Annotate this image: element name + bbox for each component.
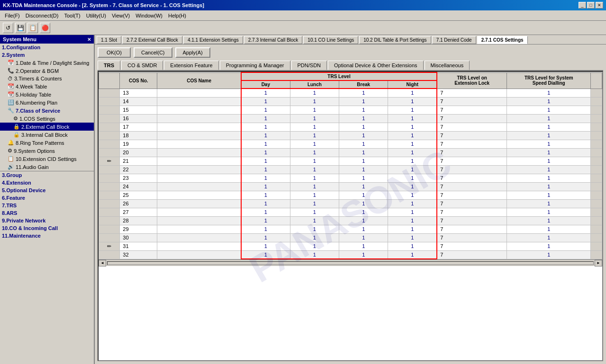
menu-file[interactable]: File(F) <box>2 12 23 19</box>
cell-trs-speed[interactable]: 1 <box>507 123 591 131</box>
table-container[interactable]: PANASONIC COS No. COS Name TRS Level TRS… <box>98 71 603 361</box>
cell-trs-ext[interactable]: 7 <box>437 208 507 216</box>
cell-break[interactable]: 1 <box>339 182 388 191</box>
cell-cos-name[interactable] <box>157 106 241 114</box>
cell-lunch[interactable]: 1 <box>290 157 339 165</box>
cell-trs-ext[interactable]: 7 <box>437 165 507 174</box>
cell-night[interactable]: 1 <box>388 199 437 208</box>
cell-trs-speed[interactable]: 1 <box>507 174 591 182</box>
cell-day[interactable]: 1 <box>241 131 290 140</box>
cell-break[interactable]: 1 <box>339 114 388 123</box>
cell-cos-name[interactable] <box>157 165 241 174</box>
cell-day[interactable]: 1 <box>241 106 290 114</box>
sidebar-item-extension[interactable]: 4.Extension <box>0 179 94 186</box>
ok-button[interactable]: OK(O) <box>98 47 131 58</box>
cell-trs-ext[interactable]: 7 <box>437 216 507 225</box>
cancel-button[interactable]: Cancel(C) <box>134 47 172 58</box>
cell-trs-ext[interactable]: 7 <box>437 191 507 199</box>
cell-trs-speed[interactable]: 1 <box>507 157 591 165</box>
cell-lunch[interactable]: 1 <box>290 233 339 242</box>
cell-cos-name[interactable] <box>157 131 241 140</box>
cell-trs-speed[interactable]: 1 <box>507 191 591 199</box>
cell-cos-name[interactable] <box>157 89 241 97</box>
cell-trs-ext[interactable]: 7 <box>437 114 507 123</box>
cell-lunch[interactable]: 1 <box>290 131 339 140</box>
cell-trs-speed[interactable]: 1 <box>507 208 591 216</box>
cell-day[interactable]: 1 <box>241 191 290 199</box>
cell-lunch[interactable]: 1 <box>290 216 339 225</box>
cell-cos-name[interactable] <box>157 199 241 208</box>
sidebar-item-week[interactable]: 📆 4.Week Table <box>0 82 94 90</box>
cell-trs-ext[interactable]: 7 <box>437 242 507 250</box>
cell-lunch[interactable]: 1 <box>290 208 339 216</box>
menu-disconnect[interactable]: Disconnect(D) <box>23 12 62 19</box>
cell-trs-speed[interactable]: 1 <box>507 114 591 123</box>
cell-break[interactable]: 1 <box>339 148 388 157</box>
cell-trs-speed[interactable]: 1 <box>507 216 591 225</box>
cell-night[interactable]: 1 <box>388 114 437 123</box>
cell-break[interactable]: 1 <box>339 216 388 225</box>
sidebar-close-button[interactable]: ✕ <box>87 37 91 42</box>
subtab-pdn-sdn[interactable]: PDN/SDN <box>291 61 327 70</box>
cell-trs-speed[interactable]: 1 <box>507 242 591 250</box>
cell-break[interactable]: 1 <box>339 131 388 140</box>
cell-lunch[interactable]: 1 <box>290 225 339 233</box>
tab-extension-settings[interactable]: 4.1.1 Extension Settings <box>183 36 243 44</box>
apply-button[interactable]: Apply(A) <box>175 47 210 58</box>
cell-trs-ext[interactable]: 7 <box>437 148 507 157</box>
cell-day[interactable]: 1 <box>241 165 290 174</box>
maximize-button[interactable]: □ <box>587 2 595 9</box>
cell-break[interactable]: 1 <box>339 97 388 106</box>
cell-day[interactable]: 1 <box>241 140 290 148</box>
cell-night[interactable]: 1 <box>388 140 437 148</box>
cell-night[interactable]: 1 <box>388 182 437 191</box>
cell-lunch[interactable]: 1 <box>290 250 339 259</box>
cell-day[interactable]: 1 <box>241 208 290 216</box>
cell-night[interactable]: 1 <box>388 233 437 242</box>
tab-denied-code[interactable]: 7.1 Denied Code <box>432 36 476 44</box>
cell-trs-ext[interactable]: 7 <box>437 106 507 114</box>
cell-break[interactable]: 1 <box>339 157 388 165</box>
menu-view[interactable]: View(V) <box>109 12 133 19</box>
cell-trs-speed[interactable]: 1 <box>507 140 591 148</box>
cell-break[interactable]: 1 <box>339 225 388 233</box>
cell-day[interactable]: 1 <box>241 250 290 259</box>
cell-day[interactable]: 1 <box>241 233 290 242</box>
cell-cos-name[interactable] <box>157 174 241 182</box>
cell-night[interactable]: 1 <box>388 148 437 157</box>
cell-night[interactable]: 1 <box>388 106 437 114</box>
cell-lunch[interactable]: 1 <box>290 97 339 106</box>
cell-day[interactable]: 1 <box>241 114 290 123</box>
menu-tool[interactable]: Tool(T) <box>61 12 83 19</box>
toolbar-btn-2[interactable]: 💾 <box>15 23 26 33</box>
cell-cos-name[interactable] <box>157 148 241 157</box>
sidebar-item-ext-cid[interactable]: 📋 10.Extension CID Settings <box>0 155 94 163</box>
tab-cos-settings[interactable]: 2.7.1 COS Settings <box>477 36 528 44</box>
sidebar-item-private-network[interactable]: 9.Private Network <box>0 217 94 224</box>
sidebar-item-co-incoming[interactable]: 10.CO & Incoming Call <box>0 224 94 232</box>
cell-trs-ext[interactable]: 7 <box>437 123 507 131</box>
cell-trs-ext[interactable]: 7 <box>437 225 507 233</box>
cell-day[interactable]: 1 <box>241 216 290 225</box>
cell-night[interactable]: 1 <box>388 216 437 225</box>
toolbar-btn-1[interactable]: ↺ <box>3 23 13 33</box>
cell-trs-speed[interactable]: 1 <box>507 106 591 114</box>
scroll-track[interactable] <box>107 261 594 265</box>
sidebar-item-system[interactable]: 2.System <box>0 51 94 59</box>
cell-cos-name[interactable] <box>157 97 241 106</box>
cell-trs-speed[interactable]: 1 <box>507 131 591 140</box>
cell-trs-ext[interactable]: 7 <box>437 250 507 259</box>
cell-day[interactable]: 1 <box>241 123 290 131</box>
cell-break[interactable]: 1 <box>339 208 388 216</box>
cell-trs-ext[interactable]: 7 <box>437 89 507 97</box>
cell-trs-speed[interactable]: 1 <box>507 148 591 157</box>
cell-lunch[interactable]: 1 <box>290 140 339 148</box>
cell-trs-speed[interactable]: 1 <box>507 165 591 174</box>
sidebar-item-maintenance[interactable]: 11.Maintenance <box>0 232 94 240</box>
sidebar-item-configuration[interactable]: 1.Configuration <box>0 44 94 51</box>
cell-trs-speed[interactable]: 1 <box>507 199 591 208</box>
menu-help[interactable]: Help(H) <box>165 12 189 19</box>
cell-break[interactable]: 1 <box>339 191 388 199</box>
sidebar-item-audio-gain[interactable]: 🔊 11.Audio Gain <box>0 163 94 171</box>
cell-night[interactable]: 1 <box>388 131 437 140</box>
